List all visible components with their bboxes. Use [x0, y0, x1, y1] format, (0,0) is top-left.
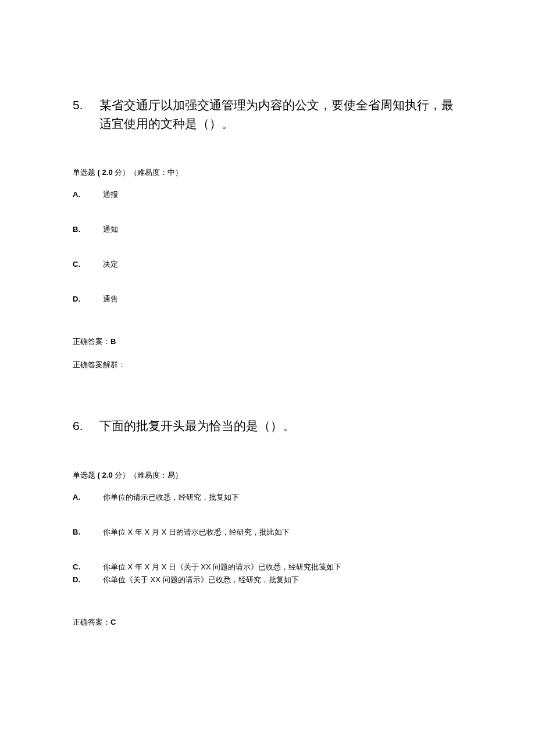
option-label: B.: [73, 225, 103, 234]
meta-unit: 分）（难易度：中）: [115, 168, 183, 177]
meta-unit: 分）（难易度：易）: [115, 471, 183, 479]
question-meta: 单选题 ( 2.0 分）（难易度：中）: [73, 167, 462, 178]
option-d: D. 你单位《关于 XX 问题的请示》已收悉，经研究，批复如下: [73, 575, 462, 585]
option-text: 通知: [103, 224, 462, 235]
answer-label: 正确答案：: [73, 618, 110, 626]
question-6: 6. 下面的批复开头最为恰当的是（）。 单选题 ( 2.0 分）（难易度：易） …: [73, 417, 462, 628]
answer-value: B: [110, 337, 116, 346]
answer-value: C: [110, 618, 116, 626]
answer-label: 正确答案：: [73, 337, 110, 346]
question-title: 5. 某省交通厅以加强交通管理为内容的公文，要使全省周知执行，最适宜使用的文种是…: [73, 96, 462, 132]
option-a: A. 你单位的请示已收悉，经研究，批复如下: [73, 492, 462, 503]
question-number: 5.: [73, 96, 83, 132]
option-text: 决定: [103, 259, 462, 270]
question-number: 6.: [73, 417, 83, 435]
option-b: B. 你单位 X 年 X 月 X 日的请示已收悉，经研究，批比如下: [73, 527, 462, 538]
option-label: A.: [73, 190, 103, 199]
question-5: 5. 某省交通厅以加强交通管理为内容的公文，要使全省周知执行，最适宜使用的文种是…: [73, 96, 462, 370]
option-label: B.: [73, 528, 103, 536]
question-text: 某省交通厅以加强交通管理为内容的公文，要使全省周知执行，最适宜使用的文种是（）。: [99, 96, 462, 132]
answer-section: 正确答案：C: [73, 617, 462, 628]
option-text: 你单位的请示已收悉，经研究，批复如下: [103, 492, 462, 503]
meta-prefix: 单选题: [73, 471, 95, 479]
option-text: 你单位《关于 XX 问题的请示》已收悉，经研究，批复如下: [103, 575, 462, 585]
option-text: 通报: [103, 189, 462, 200]
meta-points: ( 2.0: [95, 471, 115, 479]
option-c: C. 决定: [73, 259, 462, 270]
option-b: B. 通知: [73, 224, 462, 235]
option-label: A.: [73, 493, 103, 501]
option-label: C.: [73, 260, 103, 268]
option-d: D. 通告: [73, 294, 462, 304]
question-title: 6. 下面的批复开头最为恰当的是（）。: [73, 417, 462, 435]
option-label: C.: [73, 562, 103, 571]
meta-points: ( 2.0: [95, 168, 115, 177]
option-a: A. 通报: [73, 189, 462, 200]
option-text: 通告: [103, 294, 462, 304]
correct-answer: 正确答案：B: [73, 336, 462, 347]
option-c: C. 你单位 X 年 X 月 X 日《关于 XX 问题的请示》已收悉，经研究批笺…: [73, 562, 462, 572]
explanation-label: 正确答案解群：: [73, 360, 462, 370]
option-text: 你单位 X 年 X 月 X 日《关于 XX 问题的请示》已收悉，经研究批笺如下: [103, 562, 462, 572]
meta-prefix: 单选题: [73, 168, 95, 177]
question-text: 下面的批复开头最为恰当的是（）。: [99, 417, 462, 435]
option-label: D.: [73, 575, 103, 584]
answer-section: 正确答案：B 正确答案解群：: [73, 336, 462, 370]
option-label: D.: [73, 295, 103, 303]
option-text: 你单位 X 年 X 月 X 日的请示已收悉，经研究，批比如下: [103, 527, 462, 538]
correct-answer: 正确答案：C: [73, 617, 462, 628]
question-meta: 单选题 ( 2.0 分）（难易度：易）: [73, 470, 462, 481]
